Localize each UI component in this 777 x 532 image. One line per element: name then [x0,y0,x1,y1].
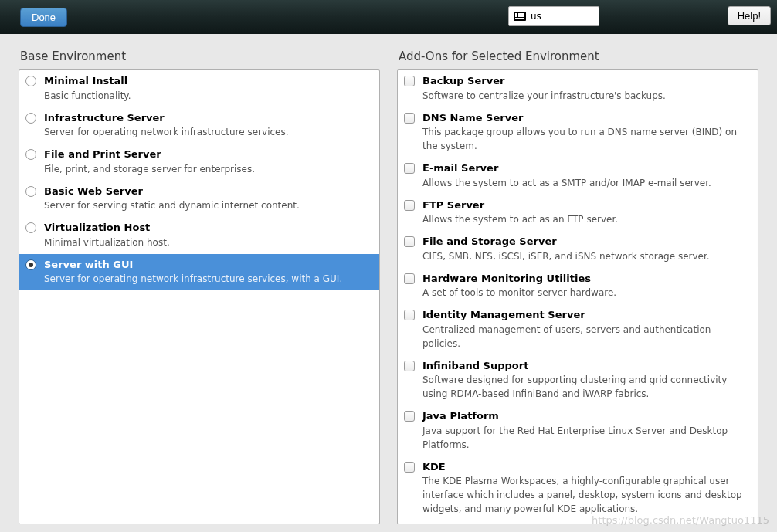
item-desc: This package group allows you to run a D… [422,125,752,153]
item-body: FTP ServerAllows the system to act as an… [422,198,752,227]
item-body: DNS Name ServerThis package group allows… [422,110,752,154]
addon-item[interactable]: Hardware Monitoring UtilitiesA set of to… [398,268,758,305]
item-title: FTP Server [422,198,752,213]
item-title: File and Storage Server [422,234,752,249]
item-desc: Allows the system to act as an FTP serve… [422,212,752,226]
item-body: Identity Management ServerCentralized ma… [422,307,752,351]
item-body: Virtualization HostMinimal virtualizatio… [44,220,373,249]
base-env-item[interactable]: Minimal InstallBasic functionality. [19,70,379,107]
item-title: E-mail Server [422,161,752,176]
item-desc: The KDE Plasma Workspaces, a highly-conf… [422,474,752,516]
base-env-item[interactable]: File and Print ServerFile, print, and st… [19,144,379,181]
item-title: Minimal Install [44,73,373,89]
checkbox-icon[interactable] [404,236,415,247]
item-body: Infiniband SupportSoftware designed for … [422,358,752,402]
item-desc: Java support for the Red Hat Enterprise … [422,424,752,452]
item-body: Large Systems PerformancePerformance sup… [422,524,752,524]
item-desc: Server for serving static and dynamic in… [44,198,373,212]
item-title: Server with GUI [44,257,373,273]
item-title: KDE [422,459,752,475]
radio-icon[interactable] [25,259,36,270]
addons-list[interactable]: Backup ServerSoftware to centralize your… [397,69,758,524]
base-environment-title: Base Environment [19,49,380,63]
item-body: Server with GUIServer for operating netw… [44,257,373,286]
radio-icon[interactable] [25,76,36,86]
keyboard-layout-label: us [531,11,541,22]
checkbox-icon[interactable] [404,163,415,174]
content-area: Base Environment Minimal InstallBasic fu… [0,34,777,532]
item-desc: Server for operating network infrastruct… [44,125,373,139]
item-title: File and Print Server [44,147,373,162]
keyboard-icon [514,12,526,21]
item-body: Java PlatformJava support for the Red Ha… [422,408,752,452]
item-desc: Basic functionality. [44,89,373,103]
base-env-item[interactable]: Virtualization HostMinimal virtualizatio… [19,217,379,254]
item-body: Minimal InstallBasic functionality. [44,73,373,103]
item-body: Backup ServerSoftware to centralize your… [422,73,752,103]
item-desc: A set of tools to monitor server hardwar… [422,286,752,300]
item-title: DNS Name Server [422,110,752,126]
item-desc: Minimal virtualization host. [44,236,373,249]
addon-item[interactable]: Identity Management ServerCentralized ma… [398,304,758,355]
item-desc: CIFS, SMB, NFS, iSCSI, iSER, and iSNS ne… [422,249,752,263]
radio-icon[interactable] [25,186,36,197]
item-desc: Software designed for supporting cluster… [422,373,752,401]
addon-item[interactable]: KDEThe KDE Plasma Workspaces, a highly-c… [398,456,758,521]
item-body: File and Storage ServerCIFS, SMB, NFS, i… [422,234,752,263]
addon-item[interactable]: Java PlatformJava support for the Red Ha… [398,405,758,456]
addon-item[interactable]: File and Storage ServerCIFS, SMB, NFS, i… [398,231,758,268]
checkbox-icon[interactable] [404,310,415,320]
addon-item[interactable]: Large Systems PerformancePerformance sup… [398,520,758,524]
item-title: Basic Web Server [44,184,373,199]
item-desc: Centralized management of users, servers… [422,323,752,351]
item-title: Identity Management Server [422,307,752,323]
checkbox-icon[interactable] [404,411,415,422]
checkbox-icon[interactable] [404,76,415,86]
item-title: Java Platform [422,408,752,424]
item-desc: Allows the system to act as a SMTP and/o… [422,176,752,190]
addon-item[interactable]: E-mail ServerAllows the system to act as… [398,158,758,195]
item-body: Basic Web ServerServer for serving stati… [44,184,373,213]
item-body: Infrastructure ServerServer for operatin… [44,110,373,140]
checkbox-icon[interactable] [404,462,415,473]
item-title: Backup Server [422,73,752,89]
radio-icon[interactable] [25,113,36,124]
base-environment-column: Base Environment Minimal InstallBasic fu… [19,49,380,524]
checkbox-icon[interactable] [404,361,415,371]
checkbox-icon[interactable] [404,200,415,211]
item-title: Large Systems Performance [422,524,752,524]
base-environment-list[interactable]: Minimal InstallBasic functionality.Infra… [19,69,380,524]
addon-item[interactable]: Infiniband SupportSoftware designed for … [398,355,758,406]
done-button[interactable]: Done [20,8,67,27]
base-env-item[interactable]: Server with GUIServer for operating netw… [19,254,379,291]
item-body: File and Print ServerFile, print, and st… [44,147,373,176]
item-body: KDEThe KDE Plasma Workspaces, a highly-c… [422,459,752,517]
item-title: Infiniband Support [422,358,752,374]
item-body: E-mail ServerAllows the system to act as… [422,161,752,190]
item-title: Virtualization Host [44,220,373,236]
checkbox-icon[interactable] [404,113,415,124]
addons-title: Add-Ons for Selected Environment [397,49,758,63]
item-title: Hardware Monitoring Utilities [422,271,752,286]
item-title: Infrastructure Server [44,110,373,126]
base-env-item[interactable]: Basic Web ServerServer for serving stati… [19,181,379,218]
addon-item[interactable]: Backup ServerSoftware to centralize your… [398,70,758,107]
addon-item[interactable]: DNS Name ServerThis package group allows… [398,107,758,158]
top-bar: Done us Help! [0,0,777,34]
addons-column: Add-Ons for Selected Environment Backup … [397,49,758,524]
item-desc: Software to centralize your infrastructu… [422,89,752,103]
radio-icon[interactable] [25,222,36,233]
item-desc: Server for operating network infrastruct… [44,272,373,286]
item-body: Hardware Monitoring UtilitiesA set of to… [422,271,752,300]
addon-item[interactable]: FTP ServerAllows the system to act as an… [398,195,758,232]
item-desc: File, print, and storage server for ente… [44,162,373,176]
radio-icon[interactable] [25,149,36,160]
keyboard-layout-indicator[interactable]: us [508,6,599,26]
base-env-item[interactable]: Infrastructure ServerServer for operatin… [19,107,379,144]
help-button[interactable]: Help! [728,6,771,25]
checkbox-icon[interactable] [404,273,415,284]
